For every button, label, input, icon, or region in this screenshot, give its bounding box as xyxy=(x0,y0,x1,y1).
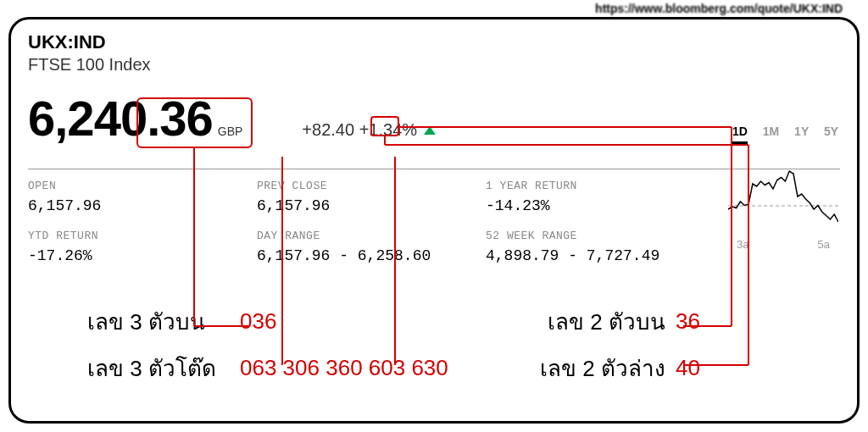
up-triangle-icon xyxy=(424,126,436,135)
stat-value: -14.23% xyxy=(486,197,715,214)
stat-open: OPEN 6,157.96 xyxy=(28,180,257,214)
lotto-row-2: เลข 3 ตัวโต๊ด 063 306 360 603 630 เลข 2 … xyxy=(87,351,840,385)
stat-label: YTD RETURN xyxy=(28,230,257,242)
tab-1m[interactable]: 1M xyxy=(763,125,779,138)
stat-52week-range: 52 WEEK RANGE 4,898.79 - 7,727.49 xyxy=(486,230,715,264)
lotto-top3-value: 036 xyxy=(240,308,477,335)
stat-value: 6,157.96 xyxy=(28,197,257,214)
lotto-bottom2-label: เลข 2 ตัวล่าง xyxy=(521,351,665,385)
lotto-todo3-value: 063 306 360 603 630 xyxy=(240,355,477,381)
ticker-symbol: UKX:IND xyxy=(28,31,840,53)
stat-value: 4,898.79 - 7,727.49 xyxy=(486,247,715,264)
stat-label: 1 YEAR RETURN xyxy=(486,180,715,192)
stat-value: -17.26% xyxy=(28,247,257,264)
stat-label: PREV CLOSE xyxy=(257,180,486,192)
stat-1yr-return: 1 YEAR RETURN -14.23% xyxy=(486,180,715,214)
tab-1d[interactable]: 1D xyxy=(732,125,748,144)
time-range-tabs: 1D 1M 1Y 5Y xyxy=(721,125,838,138)
lotto-top2-label: เลข 2 ตัวบน xyxy=(521,304,665,339)
tab-1y[interactable]: 1Y xyxy=(794,125,809,138)
stat-label: DAY RANGE xyxy=(257,230,486,242)
tick-3a: 3a xyxy=(737,238,748,251)
mini-chart-times: 3a 5a xyxy=(737,238,830,251)
quote-card: UKX:IND FTSE 100 Index 6,240.36 GBP +82.… xyxy=(8,17,860,424)
lotto-bottom2-value: 40 xyxy=(676,355,700,381)
price-row: 6,240.36 GBP +82.40 +1.34% xyxy=(28,90,840,147)
lotto-top3-label: เลข 3 ตัวบน xyxy=(87,304,240,339)
stat-prev-close: PREV CLOSE 6,157.96 xyxy=(257,180,486,214)
index-name: FTSE 100 Index xyxy=(28,55,840,75)
stat-ytd-return: YTD RETURN -17.26% xyxy=(28,230,257,264)
change-block: +82.40 +1.34% xyxy=(302,120,436,140)
stat-value: 6,157.96 - 6,258.60 xyxy=(257,247,486,264)
stat-label: OPEN xyxy=(28,180,257,192)
tick-5a: 5a xyxy=(818,238,830,251)
lotto-todo3-label: เลข 3 ตัวโต๊ด xyxy=(87,351,240,385)
change-abs-40: 40 xyxy=(336,120,354,140)
source-url: https://www.bloomberg.com/quote/UKX:IND xyxy=(595,2,843,15)
mini-intraday-chart xyxy=(728,158,838,235)
tab-5y[interactable]: 5Y xyxy=(824,125,838,138)
stats-grid: OPEN 6,157.96 PREV CLOSE 6,157.96 1 YEAR… xyxy=(28,180,840,264)
last-price: 6,240.36 xyxy=(28,90,213,147)
change-abs-prefix: +82 xyxy=(302,120,331,140)
divider xyxy=(28,169,840,169)
change-pct: +1.34% xyxy=(359,120,417,140)
lotto-top2-value: 36 xyxy=(676,308,700,335)
stat-label: 52 WEEK RANGE xyxy=(486,230,715,242)
stat-day-range: DAY RANGE 6,157.96 - 6,258.60 xyxy=(257,230,486,264)
currency-label: GBP xyxy=(218,125,243,138)
lotto-panel: เลข 3 ตัวบน 036 เลข 2 ตัวบน 36 เลข 3 ตัว… xyxy=(87,304,840,397)
stat-value: 6,157.96 xyxy=(257,197,486,214)
lotto-row-1: เลข 3 ตัวบน 036 เลข 2 ตัวบน 36 xyxy=(87,304,840,339)
